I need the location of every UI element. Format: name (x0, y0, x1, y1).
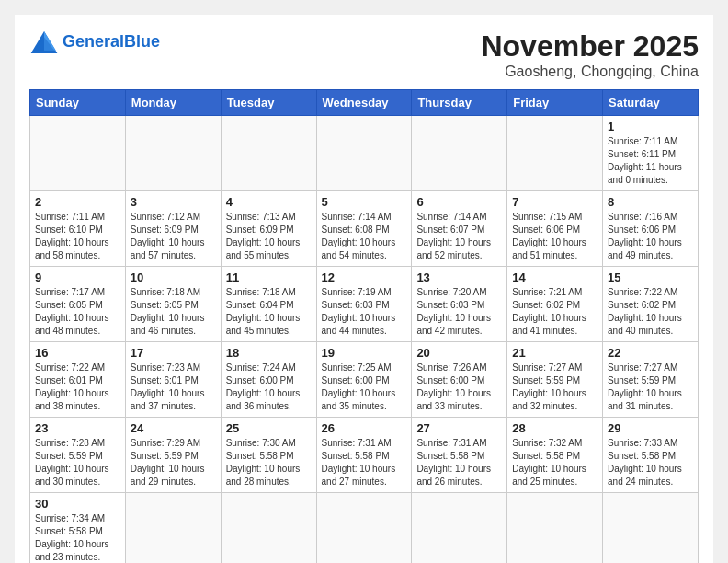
day-number: 7 (512, 195, 597, 209)
day-info: Sunrise: 7:33 AM Sunset: 5:58 PM Dayligh… (608, 437, 693, 488)
day-info: Sunrise: 7:20 AM Sunset: 6:03 PM Dayligh… (416, 286, 502, 338)
day-info: Sunrise: 7:28 AM Sunset: 5:59 PM Dayligh… (35, 437, 120, 488)
day-cell (316, 116, 412, 191)
day-number: 17 (131, 346, 216, 360)
page: GeneralBlue November 2025 Gaosheng, Chon… (15, 15, 713, 563)
day-info: Sunrise: 7:17 AM Sunset: 6:05 PM Dayligh… (35, 286, 120, 338)
day-number: 12 (322, 270, 407, 284)
day-cell (507, 493, 603, 564)
day-info: Sunrise: 7:25 AM Sunset: 6:00 PM Dayligh… (322, 362, 407, 413)
day-cell (125, 116, 221, 191)
day-cell (507, 116, 603, 191)
day-info: Sunrise: 7:18 AM Sunset: 6:05 PM Dayligh… (131, 286, 216, 338)
day-cell: 27Sunrise: 7:31 AM Sunset: 5:58 PM Dayli… (412, 418, 507, 493)
title-block: November 2025 Gaosheng, Chongqing, China (481, 29, 699, 80)
day-cell: 18Sunrise: 7:24 AM Sunset: 6:00 PM Dayli… (221, 342, 316, 418)
day-info: Sunrise: 7:29 AM Sunset: 5:59 PM Dayligh… (131, 437, 216, 488)
day-info: Sunrise: 7:30 AM Sunset: 5:58 PM Dayligh… (226, 437, 312, 488)
day-number: 18 (226, 346, 312, 360)
day-info: Sunrise: 7:15 AM Sunset: 6:06 PM Dayligh… (512, 211, 597, 262)
day-cell: 22Sunrise: 7:27 AM Sunset: 5:59 PM Dayli… (603, 342, 699, 418)
day-info: Sunrise: 7:31 AM Sunset: 5:58 PM Dayligh… (416, 437, 502, 488)
day-cell: 8Sunrise: 7:16 AM Sunset: 6:06 PM Daylig… (603, 191, 699, 267)
day-info: Sunrise: 7:22 AM Sunset: 6:02 PM Dayligh… (608, 286, 693, 338)
day-number: 30 (35, 497, 120, 511)
day-cell: 7Sunrise: 7:15 AM Sunset: 6:06 PM Daylig… (507, 191, 603, 267)
day-cell: 21Sunrise: 7:27 AM Sunset: 5:59 PM Dayli… (507, 342, 603, 418)
day-cell: 5Sunrise: 7:14 AM Sunset: 6:08 PM Daylig… (316, 191, 412, 267)
day-cell: 16Sunrise: 7:22 AM Sunset: 6:01 PM Dayli… (30, 342, 126, 418)
day-cell: 2Sunrise: 7:11 AM Sunset: 6:10 PM Daylig… (30, 191, 126, 267)
day-info: Sunrise: 7:14 AM Sunset: 6:07 PM Dayligh… (416, 211, 502, 262)
logo-icon (29, 29, 59, 55)
day-cell: 9Sunrise: 7:17 AM Sunset: 6:05 PM Daylig… (30, 267, 126, 342)
day-cell: 25Sunrise: 7:30 AM Sunset: 5:58 PM Dayli… (221, 418, 316, 493)
day-cell: 24Sunrise: 7:29 AM Sunset: 5:59 PM Dayli… (125, 418, 221, 493)
day-cell: 26Sunrise: 7:31 AM Sunset: 5:58 PM Dayli… (316, 418, 412, 493)
week-row-3: 9Sunrise: 7:17 AM Sunset: 6:05 PM Daylig… (30, 267, 699, 342)
day-cell: 20Sunrise: 7:26 AM Sunset: 6:00 PM Dayli… (412, 342, 507, 418)
day-cell: 1Sunrise: 7:11 AM Sunset: 6:11 PM Daylig… (603, 116, 699, 191)
week-row-5: 23Sunrise: 7:28 AM Sunset: 5:59 PM Dayli… (30, 418, 699, 493)
day-number: 24 (131, 421, 216, 435)
day-number: 21 (512, 346, 597, 360)
day-cell: 23Sunrise: 7:28 AM Sunset: 5:59 PM Dayli… (30, 418, 126, 493)
day-info: Sunrise: 7:19 AM Sunset: 6:03 PM Dayligh… (322, 286, 407, 338)
day-number: 19 (322, 346, 407, 360)
day-cell (125, 493, 221, 564)
day-number: 9 (35, 270, 120, 284)
day-info: Sunrise: 7:27 AM Sunset: 5:59 PM Dayligh… (608, 362, 693, 413)
header: GeneralBlue November 2025 Gaosheng, Chon… (29, 29, 699, 80)
weekday-header-row: SundayMondayTuesdayWednesdayThursdayFrid… (30, 90, 699, 116)
day-number: 25 (226, 421, 312, 435)
day-cell: 11Sunrise: 7:18 AM Sunset: 6:04 PM Dayli… (221, 267, 316, 342)
weekday-header-sunday: Sunday (30, 90, 126, 116)
day-cell: 12Sunrise: 7:19 AM Sunset: 6:03 PM Dayli… (316, 267, 412, 342)
week-row-2: 2Sunrise: 7:11 AM Sunset: 6:10 PM Daylig… (30, 191, 699, 267)
day-cell: 19Sunrise: 7:25 AM Sunset: 6:00 PM Dayli… (316, 342, 412, 418)
day-cell: 30Sunrise: 7:34 AM Sunset: 5:58 PM Dayli… (30, 493, 126, 564)
day-cell: 10Sunrise: 7:18 AM Sunset: 6:05 PM Dayli… (125, 267, 221, 342)
day-number: 29 (608, 421, 693, 435)
day-cell: 4Sunrise: 7:13 AM Sunset: 6:09 PM Daylig… (221, 191, 316, 267)
weekday-header-tuesday: Tuesday (221, 90, 316, 116)
week-row-4: 16Sunrise: 7:22 AM Sunset: 6:01 PM Dayli… (30, 342, 699, 418)
day-cell (30, 116, 126, 191)
day-number: 6 (416, 195, 502, 209)
logo-general: General (63, 32, 124, 51)
day-number: 2 (35, 195, 120, 209)
day-info: Sunrise: 7:18 AM Sunset: 6:04 PM Dayligh… (226, 286, 312, 338)
day-cell: 3Sunrise: 7:12 AM Sunset: 6:09 PM Daylig… (125, 191, 221, 267)
day-info: Sunrise: 7:24 AM Sunset: 6:00 PM Dayligh… (226, 362, 312, 413)
calendar-table: SundayMondayTuesdayWednesdayThursdayFrid… (29, 89, 699, 563)
day-cell: 14Sunrise: 7:21 AM Sunset: 6:02 PM Dayli… (507, 267, 603, 342)
weekday-header-thursday: Thursday (412, 90, 507, 116)
logo-blue: Blue (124, 32, 160, 51)
day-number: 4 (226, 195, 312, 209)
day-number: 27 (416, 421, 502, 435)
logo: GeneralBlue (29, 29, 160, 55)
day-number: 28 (512, 421, 597, 435)
day-cell: 28Sunrise: 7:32 AM Sunset: 5:58 PM Dayli… (507, 418, 603, 493)
week-row-1: 1Sunrise: 7:11 AM Sunset: 6:11 PM Daylig… (30, 116, 699, 191)
day-number: 26 (322, 421, 407, 435)
day-info: Sunrise: 7:11 AM Sunset: 6:10 PM Dayligh… (35, 211, 120, 262)
day-number: 15 (608, 270, 693, 284)
day-number: 10 (131, 270, 216, 284)
day-number: 5 (322, 195, 407, 209)
day-cell (412, 493, 507, 564)
day-info: Sunrise: 7:34 AM Sunset: 5:58 PM Dayligh… (35, 512, 120, 563)
day-number: 8 (608, 195, 693, 209)
day-number: 20 (416, 346, 502, 360)
day-info: Sunrise: 7:32 AM Sunset: 5:58 PM Dayligh… (512, 437, 597, 488)
weekday-header-saturday: Saturday (603, 90, 699, 116)
day-info: Sunrise: 7:27 AM Sunset: 5:59 PM Dayligh… (512, 362, 597, 413)
day-cell: 17Sunrise: 7:23 AM Sunset: 6:01 PM Dayli… (125, 342, 221, 418)
day-info: Sunrise: 7:22 AM Sunset: 6:01 PM Dayligh… (35, 362, 120, 413)
day-cell: 15Sunrise: 7:22 AM Sunset: 6:02 PM Dayli… (603, 267, 699, 342)
day-number: 3 (131, 195, 216, 209)
day-info: Sunrise: 7:13 AM Sunset: 6:09 PM Dayligh… (226, 211, 312, 262)
day-number: 13 (416, 270, 502, 284)
day-number: 14 (512, 270, 597, 284)
day-info: Sunrise: 7:31 AM Sunset: 5:58 PM Dayligh… (322, 437, 407, 488)
